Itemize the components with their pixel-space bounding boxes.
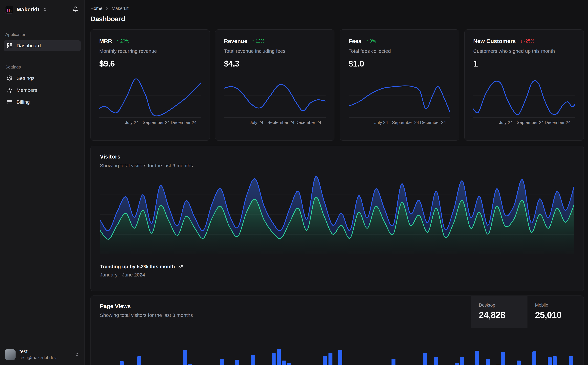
settings-gear-icon <box>7 75 13 81</box>
x-axis: July 24 September 24 December 24 <box>224 118 326 125</box>
trend-value: 20% <box>120 39 129 44</box>
page-views-subtitle: Showing total visitors for the last 3 mo… <box>100 312 462 318</box>
visitors-trend-text: Trending up by 5.2% this month <box>100 264 175 269</box>
stat-description: Total revenue including fees <box>224 48 326 54</box>
page-views-header: Page Views Showing total visitors for th… <box>91 296 583 328</box>
stat-description: Monthly recurring revenue <box>99 48 201 54</box>
sidebar-nav: Application Dashboard Settings Settings … <box>0 32 84 345</box>
stat-card-fees: Fees ↑ 9% Total fees collected $1.0 July… <box>340 29 459 141</box>
bar <box>235 360 239 365</box>
x-axis: July 24 September 24 December 24 <box>99 118 201 125</box>
trend-value: 12% <box>256 39 264 44</box>
sidebar-item-settings[interactable]: Settings <box>4 73 81 84</box>
toggle-label: Mobile <box>535 303 583 308</box>
bar <box>533 351 536 365</box>
trend-value: 9% <box>370 39 376 44</box>
bar <box>455 363 459 365</box>
layout-dashboard-icon <box>7 43 13 49</box>
trend-value: -25% <box>524 39 534 44</box>
stat-chart: July 24 September 24 December 24 <box>224 74 326 125</box>
bar <box>392 359 395 365</box>
x-tick: July 24 <box>499 120 512 125</box>
bar <box>434 357 438 365</box>
page-title: Dashboard <box>90 15 584 23</box>
x-tick: September 24 <box>517 120 544 125</box>
sidebar-item-label: Billing <box>17 99 30 105</box>
sidebar-item-billing[interactable]: Billing <box>4 97 81 107</box>
stat-title: MRR <box>99 38 112 44</box>
bar <box>328 353 332 365</box>
stat-title: Fees <box>349 38 362 44</box>
x-axis: July 24 September 24 December 24 <box>473 118 575 125</box>
page-views-title: Page Views <box>100 303 462 309</box>
bar <box>282 360 286 365</box>
members-users-icon <box>7 87 13 93</box>
visitors-title: Visitors <box>91 153 583 160</box>
bar <box>287 363 291 365</box>
toggle-desktop[interactable]: Desktop 24,828 <box>471 296 527 328</box>
trend-arrow-icon: ↑ <box>366 39 368 44</box>
user-name: test <box>20 349 71 354</box>
stat-value: $1.0 <box>349 59 450 69</box>
visitors-card: Visitors Showing total visitors for the … <box>90 146 584 291</box>
trend-badge: ↑ 20% <box>117 39 129 44</box>
stat-card-new-customers: New Customers ↓ -25% Customers who signe… <box>464 29 584 141</box>
new-customers-sparkline-chart <box>473 74 575 118</box>
sidebar-item-members[interactable]: Members <box>4 85 81 95</box>
visitors-chart-svg <box>100 175 574 254</box>
bar <box>460 357 464 365</box>
bar <box>188 364 192 365</box>
user-menu[interactable]: test test@makerkit.dev <box>0 345 84 365</box>
toggle-mobile[interactable]: Mobile 25,010 <box>527 296 583 328</box>
x-axis: July 24 September 24 December 24 <box>349 118 450 125</box>
bar <box>277 349 281 365</box>
stat-value: $4.3 <box>224 59 326 69</box>
x-tick: September 24 <box>143 120 170 125</box>
main-content: Home Makerkit Dashboard MRR ↑ 20% Monthl… <box>84 0 588 365</box>
toggle-value: 24,828 <box>479 310 527 320</box>
app-root: m Makerkit Application Dashboard Setting… <box>0 0 588 365</box>
stat-description: Customers who signed up this month <box>473 48 575 54</box>
stat-description: Total fees collected <box>349 48 450 54</box>
sidebar-item-label: Members <box>17 87 37 93</box>
sidebar-item-dashboard[interactable]: Dashboard <box>4 40 81 51</box>
breadcrumb-home-link[interactable]: Home <box>90 6 102 11</box>
stat-chart: July 24 September 24 December 24 <box>349 74 450 125</box>
bar <box>220 359 224 365</box>
page-views-card: Page Views Showing total visitors for th… <box>90 295 584 365</box>
stat-title: Revenue <box>224 38 248 44</box>
nav-section-spacer <box>4 52 81 64</box>
stat-value: $9.6 <box>99 59 201 69</box>
logo-letter: m <box>7 7 12 12</box>
fees-sparkline-chart <box>349 74 450 118</box>
workspace-name: Makerkit <box>17 6 39 13</box>
bar <box>569 356 573 365</box>
bar <box>272 353 276 365</box>
x-tick: December 24 <box>171 120 196 125</box>
trend-badge: ↓ -25% <box>520 39 534 44</box>
bell-icon <box>72 6 78 12</box>
visitors-subtitle: Showing total visitors for the last 6 mo… <box>91 163 583 168</box>
bar <box>548 357 552 365</box>
user-meta: test test@makerkit.dev <box>20 349 71 360</box>
visitors-footer: Trending up by 5.2% this month January -… <box>91 264 583 278</box>
toggle-label: Desktop <box>479 303 527 308</box>
bar <box>137 356 141 365</box>
sidebar-header: m Makerkit <box>0 0 84 14</box>
sidebar-item-label: Settings <box>17 76 35 81</box>
bar <box>251 355 255 365</box>
bar <box>339 350 342 365</box>
bar <box>486 359 490 365</box>
visitors-area-chart <box>100 175 574 254</box>
mrr-sparkline-chart <box>99 74 201 118</box>
x-tick: December 24 <box>295 120 321 125</box>
bar <box>517 360 521 365</box>
trend-arrow-icon: ↓ <box>520 39 523 44</box>
x-tick: September 24 <box>392 120 419 125</box>
workspace-switcher[interactable]: m Makerkit <box>5 6 71 14</box>
notifications-button[interactable] <box>71 5 79 14</box>
stat-chart: July 24 September 24 December 24 <box>99 74 201 125</box>
user-email: test@makerkit.dev <box>20 355 71 360</box>
visitors-period: January - June 2024 <box>100 272 574 278</box>
revenue-sparkline-chart <box>224 74 326 118</box>
